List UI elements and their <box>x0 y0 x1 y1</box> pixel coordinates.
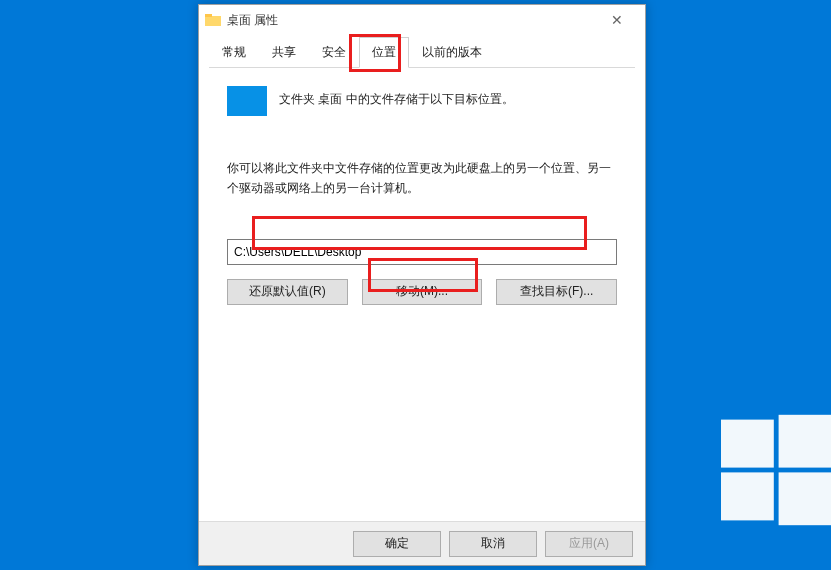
cancel-button[interactable]: 取消 <box>449 531 537 557</box>
close-icon: ✕ <box>611 12 623 28</box>
svg-rect-3 <box>779 472 831 525</box>
ok-button[interactable]: 确定 <box>353 531 441 557</box>
svg-rect-4 <box>205 16 221 26</box>
tab-strip: 常规 共享 安全 位置 以前的版本 <box>209 37 635 68</box>
properties-dialog: 桌面 属性 ✕ 常规 共享 安全 位置 以前的版本 文件夹 桌面 中的文件存储于… <box>198 4 646 566</box>
folder-icon <box>205 12 221 28</box>
svg-rect-1 <box>779 415 831 468</box>
svg-rect-2 <box>721 472 774 520</box>
location-path-input[interactable] <box>227 239 617 265</box>
apply-button[interactable]: 应用(A) <box>545 531 633 557</box>
windows-logo-watermark <box>721 410 831 530</box>
svg-rect-0 <box>721 420 774 468</box>
location-description: 文件夹 桌面 中的文件存储于以下目标位置。 <box>279 86 514 109</box>
tab-location[interactable]: 位置 <box>359 37 409 68</box>
move-button[interactable]: 移动(M)... <box>362 279 483 305</box>
dialog-footer: 确定 取消 应用(A) <box>199 521 645 565</box>
window-title: 桌面 属性 <box>227 12 278 29</box>
tab-sharing[interactable]: 共享 <box>259 37 309 68</box>
desktop-tile-icon <box>227 86 267 116</box>
tab-previous-versions[interactable]: 以前的版本 <box>409 37 495 68</box>
svg-rect-5 <box>205 14 212 17</box>
restore-defaults-button[interactable]: 还原默认值(R) <box>227 279 348 305</box>
location-explanation: 你可以将此文件夹中文件存储的位置更改为此硬盘上的另一个位置、另一个驱动器或网络上… <box>227 158 617 199</box>
titlebar[interactable]: 桌面 属性 ✕ <box>199 5 645 35</box>
tab-general[interactable]: 常规 <box>209 37 259 68</box>
close-button[interactable]: ✕ <box>595 6 639 34</box>
tab-security[interactable]: 安全 <box>309 37 359 68</box>
action-button-row: 还原默认值(R) 移动(M)... 查找目标(F)... <box>227 279 617 305</box>
find-target-button[interactable]: 查找目标(F)... <box>496 279 617 305</box>
tab-content: 文件夹 桌面 中的文件存储于以下目标位置。 你可以将此文件夹中文件存储的位置更改… <box>199 68 645 305</box>
